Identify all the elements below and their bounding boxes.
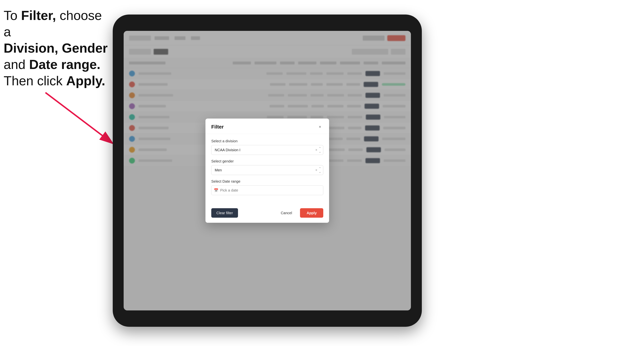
modal-body: Select a division NCAA Division I NCAA D… bbox=[206, 134, 329, 205]
division-select-wrapper: NCAA Division I NCAA Division II NCAA Di… bbox=[211, 145, 323, 155]
date-form-group: Select Date range 📅 bbox=[211, 179, 323, 195]
gender-select-wrapper: Men Women Mixed × ⌃⌄ bbox=[211, 165, 323, 175]
gender-clear-icon[interactable]: × bbox=[315, 169, 317, 172]
gender-select[interactable]: Men Women Mixed bbox=[211, 165, 323, 175]
date-label: Select Date range bbox=[211, 179, 323, 183]
date-input-wrapper: 📅 bbox=[211, 185, 323, 195]
division-label: Select a division bbox=[211, 139, 323, 143]
svg-line-1 bbox=[46, 93, 113, 143]
division-chevron-icon[interactable]: ⌃⌄ bbox=[319, 147, 321, 153]
modal-header: Filter × bbox=[206, 119, 329, 134]
apply-button[interactable]: Apply bbox=[300, 208, 323, 218]
gender-label: Select gender bbox=[211, 159, 323, 163]
tablet-screen: Filter × Select a division NCAA Division… bbox=[124, 31, 411, 310]
modal-close-button[interactable]: × bbox=[317, 124, 323, 130]
instruction-text: To Filter, choose a Division, Gender and… bbox=[4, 7, 109, 89]
division-select[interactable]: NCAA Division I NCAA Division II NCAA Di… bbox=[211, 145, 323, 155]
division-select-icons: × ⌃⌄ bbox=[315, 147, 321, 153]
gender-chevron-icon[interactable]: ⌃⌄ bbox=[319, 167, 321, 173]
division-form-group: Select a division NCAA Division I NCAA D… bbox=[211, 139, 323, 155]
clear-filter-button[interactable]: Clear filter bbox=[211, 208, 238, 218]
calendar-icon: 📅 bbox=[214, 188, 218, 192]
tablet-frame: Filter × Select a division NCAA Division… bbox=[113, 14, 422, 327]
division-clear-icon[interactable]: × bbox=[315, 148, 317, 152]
gender-select-icons: × ⌃⌄ bbox=[315, 167, 321, 173]
modal-overlay: Filter × Select a division NCAA Division… bbox=[124, 31, 411, 310]
modal-footer: Clear filter Cancel Apply bbox=[206, 205, 329, 223]
filter-modal: Filter × Select a division NCAA Division… bbox=[206, 119, 329, 223]
close-icon: × bbox=[319, 125, 321, 129]
gender-form-group: Select gender Men Women Mixed × ⌃⌄ bbox=[211, 159, 323, 175]
instruction-line1: To Filter, choose a Division, Gender and… bbox=[4, 8, 108, 88]
cancel-button[interactable]: Cancel bbox=[276, 208, 297, 218]
modal-title: Filter bbox=[211, 124, 224, 130]
date-input[interactable] bbox=[211, 185, 323, 195]
modal-footer-actions: Cancel Apply bbox=[276, 208, 323, 218]
